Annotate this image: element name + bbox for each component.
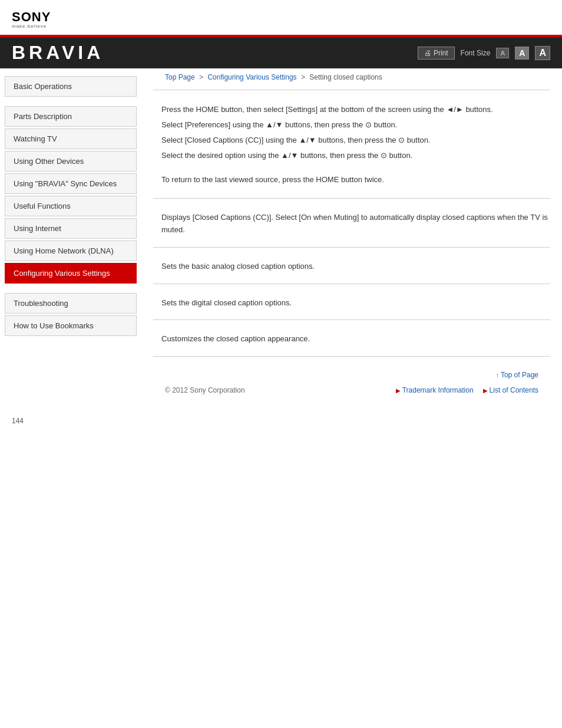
section-4-desc: Customizes the closed caption appearance… bbox=[153, 326, 550, 350]
sidebar-item-bravia-sync[interactable]: Using "BRAVIA" Sync Devices bbox=[5, 173, 137, 194]
font-large-button[interactable]: A bbox=[535, 46, 550, 60]
sidebar-item-using-internet[interactable]: Using Internet bbox=[5, 218, 137, 239]
sony-tagline: make.believe bbox=[12, 24, 550, 29]
font-small-button[interactable]: A bbox=[496, 48, 509, 58]
top-of-page-link-container: ↑ Top of Page bbox=[165, 368, 538, 381]
sidebar-item-parts-description[interactable]: Parts Description bbox=[5, 106, 137, 127]
print-button[interactable]: 🖨 Print bbox=[418, 47, 455, 60]
page-number: 144 bbox=[0, 411, 562, 431]
list-arrow-icon: ▶ bbox=[483, 387, 488, 394]
sidebar-item-using-other-devices[interactable]: Using Other Devices bbox=[5, 151, 137, 172]
trademark-link[interactable]: ▶ Trademark Information bbox=[396, 386, 474, 394]
divider-6 bbox=[153, 356, 550, 357]
font-medium-button[interactable]: A bbox=[515, 47, 529, 60]
footer-links: ▶ Trademark Information ▶ List of Conten… bbox=[396, 386, 538, 394]
divider-5 bbox=[153, 319, 550, 320]
sidebar-item-basic-operations[interactable]: Basic Operations bbox=[5, 76, 137, 97]
main-layout: Basic Operations Parts Description Watch… bbox=[0, 68, 562, 411]
header-bar: BRAVIA 🖨 Print Font Size A A A bbox=[0, 35, 562, 68]
footer-bottom: © 2012 Sony Corporation ▶ Trademark Info… bbox=[165, 381, 538, 399]
steps-block: Press the HOME button, then select [Sett… bbox=[153, 96, 550, 168]
sidebar-item-bookmarks[interactable]: How to Use Bookmarks bbox=[5, 315, 137, 336]
sidebar-divider-1 bbox=[0, 98, 141, 104]
section-3-desc: Sets the digital closed caption options. bbox=[153, 290, 550, 314]
breadcrumb-sep-2: > bbox=[301, 73, 305, 81]
breadcrumb-current: Setting closed captions bbox=[309, 73, 382, 81]
print-icon: 🖨 bbox=[424, 49, 431, 57]
font-size-label: Font Size bbox=[461, 49, 491, 57]
logo-bar: SONY make.believe bbox=[0, 0, 562, 35]
breadcrumb-top-page[interactable]: Top Page bbox=[165, 73, 195, 81]
step-1: Press the HOME button, then select [Sett… bbox=[161, 103, 550, 116]
section-1-desc: Displays [Closed Captions (CC)]. Select … bbox=[153, 205, 550, 241]
step-3: Select [Closed Captions (CC)] using the … bbox=[161, 134, 550, 147]
footer-area: ↑ Top of Page © 2012 Sony Corporation ▶ … bbox=[153, 363, 550, 399]
list-of-contents-link[interactable]: ▶ List of Contents bbox=[483, 386, 538, 394]
return-note: To return to the last viewed source, pre… bbox=[153, 168, 550, 192]
sidebar-item-configuring-settings[interactable]: Configuring Various Settings bbox=[5, 263, 137, 284]
content-area: Top Page > Configuring Various Settings … bbox=[141, 68, 562, 411]
header-controls: 🖨 Print Font Size A A A bbox=[418, 46, 550, 60]
sidebar-divider-2 bbox=[0, 285, 141, 291]
divider-2 bbox=[153, 198, 550, 199]
divider-4 bbox=[153, 284, 550, 284]
divider-3 bbox=[153, 247, 550, 248]
sidebar-item-troubleshooting[interactable]: Troubleshooting bbox=[5, 293, 137, 314]
step-2: Select [Preferences] using the ▲/▼ butto… bbox=[161, 118, 550, 131]
trademark-arrow-icon: ▶ bbox=[396, 387, 401, 394]
sidebar-item-useful-functions[interactable]: Useful Functions bbox=[5, 196, 137, 216]
sidebar: Basic Operations Parts Description Watch… bbox=[0, 68, 141, 411]
top-of-page-link[interactable]: Top of Page bbox=[501, 371, 538, 379]
breadcrumb-configuring[interactable]: Configuring Various Settings bbox=[207, 73, 296, 81]
step-4: Select the desired option using the ▲/▼ … bbox=[161, 149, 550, 162]
copyright-text: © 2012 Sony Corporation bbox=[165, 386, 245, 394]
bravia-title: BRAVIA bbox=[12, 42, 104, 64]
up-arrow-icon: ↑ bbox=[496, 372, 499, 378]
sidebar-item-home-network[interactable]: Using Home Network (DLNA) bbox=[5, 241, 137, 261]
breadcrumb: Top Page > Configuring Various Settings … bbox=[153, 68, 550, 84]
sidebar-item-watching-tv[interactable]: Watching TV bbox=[5, 129, 137, 149]
section-2-desc: Sets the basic analog closed caption opt… bbox=[153, 253, 550, 278]
sony-logo: SONY bbox=[12, 11, 550, 24]
breadcrumb-sep-1: > bbox=[199, 73, 203, 81]
divider-1 bbox=[153, 90, 550, 90]
